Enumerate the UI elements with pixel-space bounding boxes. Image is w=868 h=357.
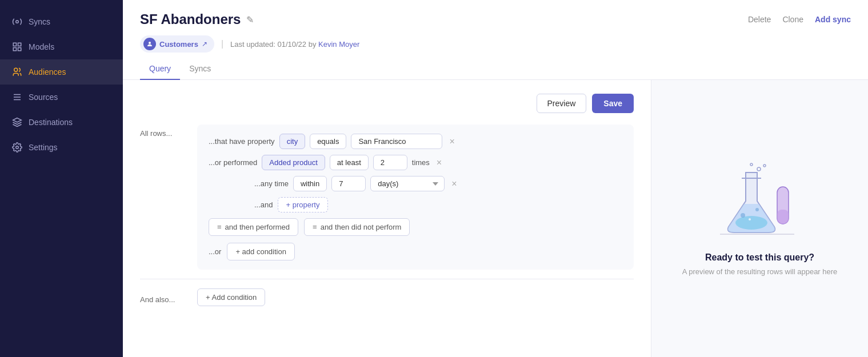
svg-point-14 xyxy=(741,213,745,218)
time-condition-row: ...any time within day(s) week(s) month(… xyxy=(209,176,622,191)
svg-point-11 xyxy=(149,42,151,44)
preview-subtitle: A preview of the resulting rows will app… xyxy=(682,267,838,276)
add-property-button[interactable]: + property xyxy=(278,197,329,212)
action-buttons-row: ≡ and then performed ≡ and then did not … xyxy=(209,218,622,236)
audiences-icon xyxy=(11,66,23,78)
add-condition-button[interactable]: + add condition xyxy=(227,243,295,260)
and-also-section: And also... + Add condition xyxy=(140,279,634,306)
header: SF Abandoners ✎ Delete Clone Add sync Cu… xyxy=(123,0,868,80)
did-not-perform-icon: ≡ xyxy=(313,223,317,231)
svg-point-5 xyxy=(14,68,18,71)
remove-event-condition-button[interactable]: × xyxy=(434,157,444,169)
frequency-operator-pill[interactable]: at least xyxy=(330,155,369,170)
svg-point-21 xyxy=(750,163,753,166)
page-title: SF Abandoners xyxy=(140,11,241,27)
header-top: SF Abandoners ✎ Delete Clone Add sync xyxy=(140,11,851,27)
edit-icon[interactable]: ✎ xyxy=(246,14,254,25)
svg-point-10 xyxy=(16,146,19,149)
remove-time-condition-button[interactable]: × xyxy=(449,178,459,190)
tab-syncs[interactable]: Syncs xyxy=(180,59,220,80)
customers-badge-icon xyxy=(143,38,156,50)
event-name-pill[interactable]: Added product xyxy=(262,155,325,170)
times-label: times xyxy=(412,158,430,167)
condition-block: ...that have property city equals × ...o… xyxy=(197,125,634,270)
add-sync-button[interactable]: Add sync xyxy=(815,15,851,24)
sidebar-item-label: Syncs xyxy=(29,17,50,26)
sidebar-item-syncs[interactable]: Syncs xyxy=(0,9,123,34)
preview-title: Ready to test this query? xyxy=(705,252,814,263)
query-builder: Preview Save All rows... ...that have pr… xyxy=(123,80,651,357)
period-select[interactable]: day(s) week(s) month(s) xyxy=(370,176,445,191)
svg-point-20 xyxy=(763,165,766,167)
any-time-label: ...any time xyxy=(254,179,289,188)
and-then-performed-button[interactable]: ≡ and then performed xyxy=(209,218,298,236)
header-title-row: SF Abandoners ✎ xyxy=(140,11,254,27)
event-condition-row: ...or performed Added product at least t… xyxy=(209,155,622,170)
and-then-did-not-perform-button[interactable]: ≡ and then did not perform xyxy=(304,218,410,236)
preview-panel: Ready to test this query? A preview of t… xyxy=(651,80,868,357)
sidebar-item-label: Sources xyxy=(29,93,58,102)
svg-point-15 xyxy=(755,208,759,211)
sources-icon xyxy=(11,91,23,103)
svg-rect-3 xyxy=(13,48,16,51)
sidebar-item-label: Settings xyxy=(29,143,58,152)
sidebar-item-destinations[interactable]: Destinations xyxy=(0,110,123,135)
within-pill[interactable]: within xyxy=(293,176,327,191)
svg-point-0 xyxy=(16,21,19,23)
sync-icon xyxy=(11,16,23,27)
content-area: Preview Save All rows... ...that have pr… xyxy=(123,80,868,357)
delete-button[interactable]: Delete xyxy=(748,15,771,24)
sidebar-item-sources[interactable]: Sources xyxy=(0,85,123,110)
property-name-pill[interactable]: city xyxy=(279,134,306,149)
sidebar-item-label: Audiences xyxy=(29,67,66,77)
customers-label: Customers xyxy=(159,40,198,49)
all-rows-section: All rows... ...that have property city e… xyxy=(140,125,634,270)
frequency-value-input[interactable] xyxy=(373,155,407,170)
models-icon xyxy=(11,41,23,53)
sidebar-item-audiences[interactable]: Audiences xyxy=(0,59,123,85)
and-property-row: ...and + property xyxy=(209,197,622,212)
last-updated-text: Last updated: 01/10/22 by Kevin Moyer xyxy=(230,40,359,49)
settings-icon xyxy=(11,142,23,153)
or-performed-label: ...or performed xyxy=(209,158,257,167)
property-condition-row: ...that have property city equals × xyxy=(209,134,622,149)
header-actions: Delete Clone Add sync xyxy=(748,15,851,24)
svg-point-16 xyxy=(749,218,751,220)
sidebar-item-settings[interactable]: Settings xyxy=(0,135,123,160)
tab-query[interactable]: Query xyxy=(140,59,180,80)
destinations-icon xyxy=(11,117,23,128)
operator-pill[interactable]: equals xyxy=(310,134,346,149)
or-add-condition-row: ...or + add condition xyxy=(209,243,622,260)
svg-rect-2 xyxy=(18,43,21,46)
have-property-label: ...that have property xyxy=(209,137,275,146)
add-also-condition-button[interactable]: + Add condition xyxy=(197,288,265,306)
sidebar-item-models[interactable]: Models xyxy=(0,34,123,59)
meta-divider: | xyxy=(221,39,223,49)
sidebar-item-label: Models xyxy=(29,42,54,51)
and-label: ...and xyxy=(254,200,273,209)
property-value-input[interactable] xyxy=(351,134,442,149)
customers-badge[interactable]: Customers ↗ xyxy=(140,35,214,53)
clone-button[interactable]: Clone xyxy=(782,15,803,24)
customers-ext-icon: ↗ xyxy=(202,40,207,48)
all-rows-label: All rows... xyxy=(140,125,191,138)
author-link[interactable]: Kevin Moyer xyxy=(318,40,359,49)
remove-property-condition-button[interactable]: × xyxy=(447,136,457,147)
main-content: SF Abandoners ✎ Delete Clone Add sync Cu… xyxy=(123,0,868,357)
save-button[interactable]: Save xyxy=(592,94,634,113)
sidebar-item-label: Destinations xyxy=(29,118,73,127)
preview-illustration xyxy=(703,161,817,241)
preview-button[interactable]: Preview xyxy=(537,94,587,113)
svg-rect-18 xyxy=(777,210,789,224)
performed-icon: ≡ xyxy=(217,223,222,231)
sidebar: Syncs Models Audiences Sources Destinati… xyxy=(0,0,123,357)
within-value-input[interactable] xyxy=(331,176,366,191)
or-label: ...or xyxy=(209,247,221,256)
header-meta: Customers ↗ | Last updated: 01/10/22 by … xyxy=(140,35,851,53)
tabs: Query Syncs xyxy=(140,59,851,79)
svg-rect-4 xyxy=(18,48,21,51)
svg-point-12 xyxy=(735,216,767,230)
svg-point-19 xyxy=(757,167,761,171)
svg-rect-1 xyxy=(13,43,16,46)
and-also-label: And also... xyxy=(140,291,191,304)
